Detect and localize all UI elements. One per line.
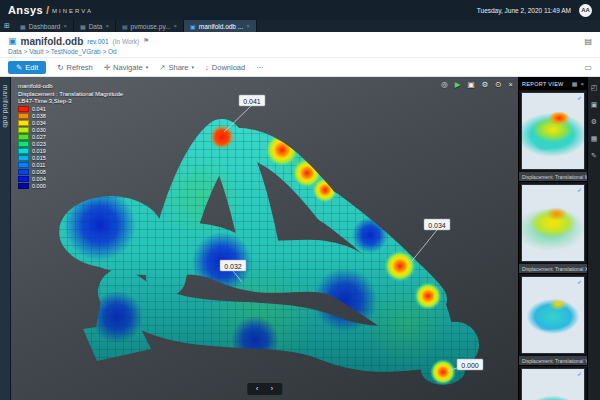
legend-swatch	[18, 155, 29, 161]
camera-icon[interactable]: ▣	[591, 101, 598, 109]
pencil-icon: ✎	[16, 63, 22, 72]
gear-icon[interactable]: ⚙	[482, 80, 489, 89]
legend-swatch	[18, 134, 29, 140]
close-icon[interactable]: ×	[509, 80, 513, 89]
eye-icon[interactable]: ◎	[441, 80, 448, 89]
legend-value: 0.015	[32, 155, 46, 161]
tab-pvmouse[interactable]: ▤ pvmouse.py... ×	[116, 20, 184, 32]
grid-icon[interactable]: ▦	[591, 135, 598, 143]
dashboard-icon: ▦	[20, 23, 26, 30]
next-frame-button[interactable]: ›	[271, 385, 274, 393]
legend-value: 0.027	[32, 134, 46, 140]
logo-slash: /	[46, 4, 49, 16]
camera-icon[interactable]: ▣	[467, 80, 474, 89]
prev-frame-button[interactable]: ‹	[256, 385, 259, 393]
annotation-value: 0.000	[461, 362, 479, 369]
legend-entry: 0.034	[18, 120, 123, 127]
bookmark-icon[interactable]: ▤	[584, 37, 592, 46]
edit-label: Edit	[25, 63, 38, 72]
grid-icon[interactable]: ▦	[572, 80, 578, 87]
refresh-icon: ↻	[57, 63, 63, 72]
tab-label: pvmouse.py...	[131, 23, 171, 30]
flag-icon[interactable]: ⚑	[143, 37, 149, 45]
top-app-bar: Ansys / MINERVA Tuesday, June 2, 2020 11…	[0, 0, 600, 20]
chevron-down-icon: ▾	[192, 64, 195, 70]
more-actions-button[interactable]: ⋯	[256, 63, 264, 72]
legend-swatch	[18, 106, 29, 112]
tab-label: Data	[89, 23, 103, 30]
sidebar-tab-manifold-odb[interactable]: manifold.odb	[0, 77, 11, 400]
power-icon[interactable]: ⊙	[495, 80, 501, 89]
legend-value: 0.019	[32, 148, 46, 154]
tab-manifold-odb[interactable]: ▣ manifold.odb ... ×	[184, 20, 257, 32]
gear-icon[interactable]: ⚙	[591, 118, 597, 126]
status-badge: (In Work)	[113, 38, 140, 45]
viewport-toolbar: ◎ ▶ ▣ ⚙ ⊙ ×	[441, 80, 513, 89]
tab-dashboard[interactable]: ▦ Dashboard ×	[14, 20, 74, 32]
download-label: Download	[212, 63, 245, 72]
thumbnail-image[interactable]: ✓	[521, 92, 585, 170]
check-icon: ✓	[577, 370, 582, 377]
navigate-menu-button[interactable]: ✛ Navigate ▾	[104, 63, 148, 72]
action-toolbar: ✎ Edit ↻ Refresh ✛ Navigate ▾ ↗ Share ▾ …	[0, 57, 600, 77]
main-content: manifold.odb	[0, 77, 600, 400]
revision-link[interactable]: rev.001	[87, 38, 108, 45]
play-icon[interactable]: ▶	[455, 80, 461, 89]
close-icon[interactable]: ×	[580, 81, 584, 87]
legend-swatch	[18, 113, 29, 119]
navigate-label: Navigate	[113, 63, 143, 72]
tab-data[interactable]: ▦ Data ×	[74, 20, 116, 32]
annotation-value: 0.032	[224, 263, 242, 270]
browser-tab-strip: ⊞ ▦ Dashboard × ▦ Data × ▤ pvmouse.py...…	[0, 20, 600, 32]
refresh-button[interactable]: ↻ Refresh	[57, 63, 93, 72]
breadcrumb[interactable]: Data > Vault > TestNode_VGrab > Od	[8, 48, 592, 55]
minerva-label: MINERVA	[52, 8, 93, 14]
legend-step: LB47-Time:3,Step-3	[18, 98, 123, 106]
document-header: ▣ manifold.odb rev.001 (In Work) ⚑ ▤ Dat…	[0, 32, 600, 57]
cube-icon: ▣	[190, 23, 196, 30]
check-icon: ✓	[577, 186, 582, 193]
user-avatar[interactable]: AA	[579, 4, 592, 17]
ansys-logo: Ansys	[8, 4, 43, 16]
close-icon[interactable]: ×	[174, 23, 178, 29]
ellipsis-icon: ⋯	[256, 63, 264, 72]
3d-viewport[interactable]: 0.041 0.034 0.032 0.000 manifold-odb Dis…	[11, 77, 518, 400]
thumbnail-image[interactable]: ✓	[521, 276, 585, 354]
report-thumbnail[interactable]: ✓ Displacement: Translational Magnit...	[519, 92, 587, 182]
annotation-value: 0.041	[243, 98, 261, 105]
report-view-header: REPORT VIEW ▦ ×	[519, 77, 587, 90]
legend-entry: 0.015	[18, 155, 123, 162]
edit-button[interactable]: ✎ Edit	[8, 61, 46, 74]
tab-label: Dashboard	[29, 23, 61, 30]
legend-entry: 0.027	[18, 134, 123, 141]
legend-swatch	[18, 127, 29, 133]
apps-grid-icon[interactable]: ⊞	[0, 20, 14, 32]
legend-entry: 0.041	[18, 106, 123, 113]
download-button[interactable]: ↓ Download	[205, 63, 245, 72]
thumbnail-caption: Displacement: Translational Magnit...	[519, 172, 587, 182]
report-thumbnail[interactable]: ✓ Displacement: Translational Y	[519, 276, 587, 366]
share-icon: ↗	[159, 63, 165, 72]
legend-entry: 0.023	[18, 141, 123, 148]
thumbnail-caption: Displacement: Translational X	[519, 264, 587, 274]
close-icon[interactable]: ×	[105, 23, 109, 29]
download-icon: ↓	[205, 63, 209, 72]
right-tool-strip: ◰ ▣ ⚙ ▦ ✎	[587, 77, 600, 400]
report-thumbnail[interactable]: ✓ Displacement: Translational X	[519, 184, 587, 274]
annotate-icon[interactable]: ✎	[591, 152, 597, 160]
comment-icon[interactable]: ▭	[584, 63, 592, 72]
close-icon[interactable]: ×	[63, 23, 67, 29]
legend-value: 0.034	[32, 120, 46, 126]
legend-swatch	[18, 162, 29, 168]
thumbnail-image[interactable]: ✓	[521, 368, 585, 400]
legend-value: 0.030	[32, 127, 46, 133]
thumbnail-image[interactable]: ✓	[521, 184, 585, 262]
share-menu-button[interactable]: ↗ Share ▾	[159, 63, 194, 72]
legend-title: manifold-odb	[18, 83, 123, 91]
legend-value: 0.041	[32, 106, 46, 112]
annotation-value: 0.034	[428, 222, 446, 229]
report-thumbnail[interactable]: ✓	[519, 368, 587, 400]
close-icon[interactable]: ×	[246, 23, 250, 29]
expand-icon[interactable]: ◰	[591, 84, 598, 92]
report-view-title: REPORT VIEW	[522, 81, 569, 87]
